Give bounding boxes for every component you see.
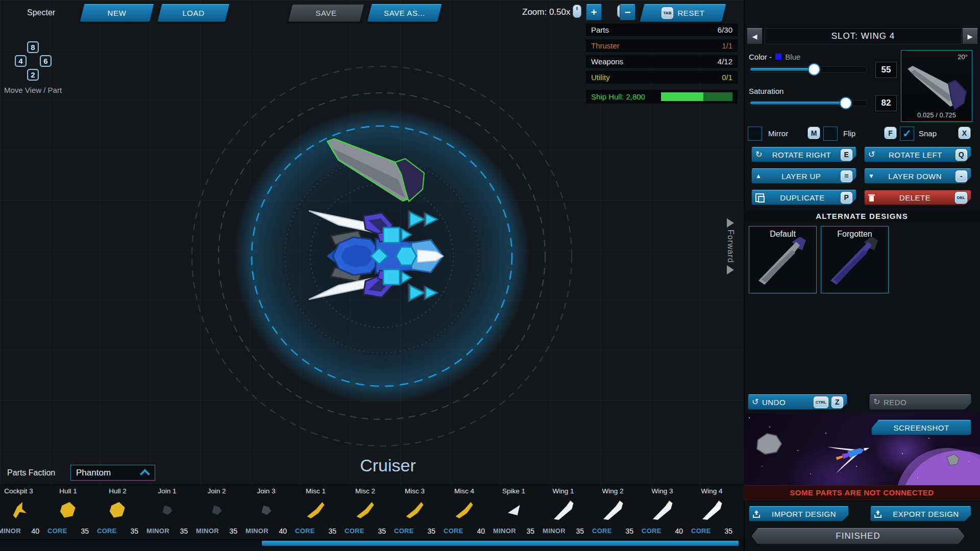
undo-icon: ↺ <box>752 398 759 406</box>
part-icon <box>307 502 325 518</box>
part-cost: 35 <box>180 527 188 535</box>
part-type: CORE <box>444 527 463 535</box>
part-icon <box>357 502 374 518</box>
part-item[interactable]: Wing 3 CORE 40 <box>638 487 687 535</box>
part-icon <box>60 502 77 518</box>
connection-warning: SOME PARTS ARE NOT CONNECTED <box>744 485 980 500</box>
color-slider-thumb[interactable] <box>808 64 819 75</box>
duplicate-button[interactable]: DUPLICATE P <box>751 190 856 205</box>
part-item[interactable]: Misc 1 CORE 35 <box>291 487 340 535</box>
part-cost: 35 <box>328 527 336 535</box>
part-icon <box>109 502 127 518</box>
parts-scrollbar[interactable] <box>0 539 744 547</box>
parts-faction-dropdown[interactable]: Phantom <box>70 465 155 481</box>
part-item[interactable]: Join 2 MINOR 35 <box>192 487 241 535</box>
new-button[interactable]: NEW <box>80 4 155 22</box>
part-type: CORE <box>642 527 662 535</box>
part-icon <box>211 505 223 516</box>
part-name: Wing 3 <box>638 487 687 496</box>
part-icon <box>161 505 174 516</box>
part-item[interactable]: Hull 1 CORE 35 <box>43 487 93 535</box>
parts-scrollbar-thumb[interactable] <box>262 541 739 546</box>
part-icon <box>553 500 574 520</box>
load-button[interactable]: LOAD <box>157 4 230 22</box>
design-forgotten[interactable]: Forgotten <box>821 226 889 293</box>
undo-button[interactable]: ↺ UNDO CTRL Z <box>748 394 847 410</box>
forward-arrow-icon <box>727 218 734 228</box>
part-name: Wing 4 <box>687 487 737 496</box>
part-cost: 35 <box>526 527 534 535</box>
part-cost: 40 <box>477 527 485 535</box>
save-button[interactable]: SAVE <box>288 4 365 22</box>
layer-down-key: - <box>955 170 967 182</box>
forward-indicator: Forward <box>724 218 737 297</box>
saturation-slider[interactable] <box>749 100 867 106</box>
part-type: MINOR <box>493 527 516 535</box>
stars <box>749 417 750 418</box>
color-swatch <box>775 54 781 60</box>
redo-icon: ↻ <box>873 398 880 406</box>
part-item[interactable]: Spike 1 MINOR 35 <box>489 487 538 535</box>
layer-up-icon: ▲ <box>755 173 762 179</box>
rotate-left-button[interactable]: ↺ ROTATE LEFT Q <box>864 147 971 162</box>
part-item[interactable]: Cockpit 3 MINOR 40 <box>0 487 43 535</box>
part-item[interactable]: Join 3 MINOR 40 <box>241 487 291 535</box>
move-right-key: 6 <box>40 55 52 67</box>
layer-up-key: = <box>841 170 852 182</box>
parts-list: Cockpit 3 MINOR 40 Hull 1 CORE 35 Hull 2 <box>0 487 749 535</box>
part-name: Hull 1 <box>43 487 93 496</box>
design-default[interactable]: Default <box>749 226 817 293</box>
part-name: Spike 1 <box>489 487 538 496</box>
layer-up-button[interactable]: ▲ LAYER UP = <box>751 168 856 184</box>
snap-checkbox[interactable] <box>900 127 914 141</box>
part-cost: 35 <box>229 527 237 535</box>
zoom-in-button[interactable]: + <box>586 4 602 20</box>
saturation-slider-thumb[interactable] <box>840 98 851 109</box>
prev-slot-button[interactable]: ◀ <box>747 28 763 44</box>
part-cost: 35 <box>130 527 138 535</box>
part-item[interactable]: Misc 3 CORE 35 <box>390 487 439 535</box>
part-cost: 35 <box>81 527 89 535</box>
part-cost: 40 <box>675 527 683 535</box>
import-design-button[interactable]: IMPORT DESIGN <box>749 506 849 521</box>
part-item[interactable]: Misc 2 CORE 35 <box>340 487 390 535</box>
part-name: Join 2 <box>192 487 241 496</box>
part-offsets: 0.025 / 0.725 <box>901 111 972 119</box>
part-icon <box>603 500 623 520</box>
color-slider[interactable] <box>749 66 867 72</box>
export-design-button[interactable]: EXPORT DESIGN <box>870 506 971 521</box>
part-item[interactable]: Hull 2 CORE 35 <box>93 487 142 535</box>
finished-button[interactable]: FINISHED <box>751 528 965 544</box>
screenshot-button[interactable]: SCREENSHOT <box>871 420 971 435</box>
flip-checkbox[interactable] <box>823 127 838 141</box>
part-icon <box>652 500 673 520</box>
rotate-left-key: Q <box>955 149 967 161</box>
forward-arrow-icon <box>727 265 734 274</box>
zoom-out-button[interactable]: − <box>620 4 635 20</box>
redo-button[interactable]: ↻ REDO <box>869 394 971 410</box>
part-item[interactable]: Wing 4 CORE 35 <box>687 487 737 535</box>
delete-button[interactable]: DELETE DEL <box>864 190 971 205</box>
part-name: Cockpit 3 <box>0 487 43 496</box>
part-item[interactable]: Wing 1 MINOR 35 <box>538 487 588 535</box>
rotate-right-button[interactable]: ↻ ROTATE RIGHT E <box>751 147 856 162</box>
part-cost: 40 <box>31 527 39 535</box>
move-left-key: 4 <box>15 55 27 67</box>
save-as-button[interactable]: SAVE AS... <box>367 4 443 22</box>
mirror-checkbox[interactable] <box>748 127 762 141</box>
part-item[interactable]: Wing 2 CORE 35 <box>588 487 638 535</box>
part-icon <box>406 502 424 518</box>
part-item[interactable]: Join 1 MINOR 35 <box>142 487 192 535</box>
layer-down-button[interactable]: ▼ LAYER DOWN - <box>864 168 971 184</box>
part-item[interactable]: Misc 4 CORE 40 <box>439 487 489 535</box>
hull-stat-row: Ship Hull: 2,800 <box>586 90 738 104</box>
duplicate-icon <box>755 193 764 202</box>
reset-view-button[interactable]: TAB RESET <box>640 4 727 22</box>
delete-key: DEL <box>955 192 967 204</box>
duplicate-key: P <box>841 192 852 204</box>
rotate-right-icon: ↻ <box>755 151 763 159</box>
part-type: MINOR <box>543 527 566 535</box>
ship-class-label: Cruiser <box>280 456 496 475</box>
next-slot-button[interactable]: ▶ <box>962 28 978 44</box>
part-cost: 40 <box>279 527 287 535</box>
